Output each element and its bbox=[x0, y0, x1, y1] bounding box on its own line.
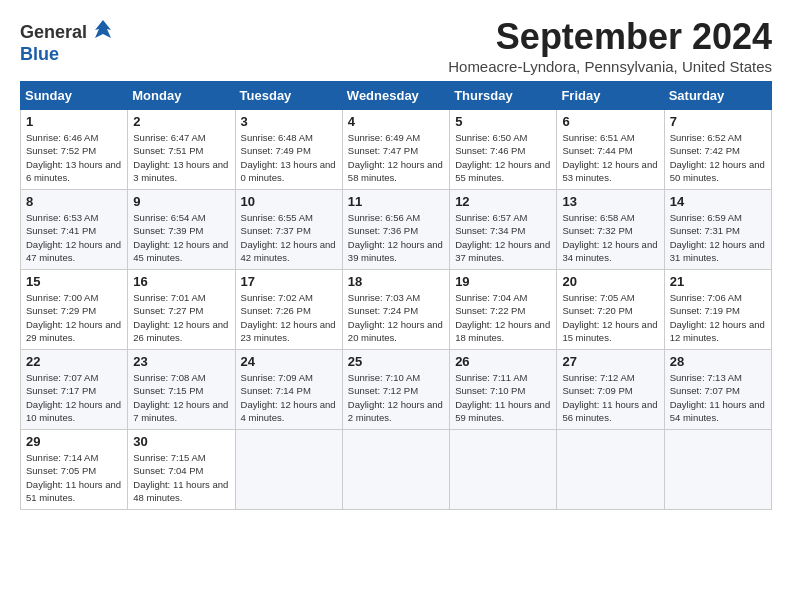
table-row: 6Sunrise: 6:51 AMSunset: 7:44 PMDaylight… bbox=[557, 110, 664, 190]
day-info: Sunrise: 6:53 AMSunset: 7:41 PMDaylight:… bbox=[26, 212, 121, 263]
table-row: 22Sunrise: 7:07 AMSunset: 7:17 PMDayligh… bbox=[21, 350, 128, 430]
title-area: September 2024 Homeacre-Lyndora, Pennsyl… bbox=[448, 16, 772, 75]
table-row: 26Sunrise: 7:11 AMSunset: 7:10 PMDayligh… bbox=[450, 350, 557, 430]
table-row: 27Sunrise: 7:12 AMSunset: 7:09 PMDayligh… bbox=[557, 350, 664, 430]
day-info: Sunrise: 7:09 AMSunset: 7:14 PMDaylight:… bbox=[241, 372, 336, 423]
table-row bbox=[342, 430, 449, 510]
day-info: Sunrise: 6:57 AMSunset: 7:34 PMDaylight:… bbox=[455, 212, 550, 263]
day-info: Sunrise: 6:47 AMSunset: 7:51 PMDaylight:… bbox=[133, 132, 228, 183]
table-row: 14Sunrise: 6:59 AMSunset: 7:31 PMDayligh… bbox=[664, 190, 771, 270]
table-row: 21Sunrise: 7:06 AMSunset: 7:19 PMDayligh… bbox=[664, 270, 771, 350]
calendar-week-row: 22Sunrise: 7:07 AMSunset: 7:17 PMDayligh… bbox=[21, 350, 772, 430]
day-info: Sunrise: 7:07 AMSunset: 7:17 PMDaylight:… bbox=[26, 372, 121, 423]
day-number: 14 bbox=[670, 194, 766, 209]
day-number: 10 bbox=[241, 194, 337, 209]
table-row: 2Sunrise: 6:47 AMSunset: 7:51 PMDaylight… bbox=[128, 110, 235, 190]
day-number: 1 bbox=[26, 114, 122, 129]
day-info: Sunrise: 7:12 AMSunset: 7:09 PMDaylight:… bbox=[562, 372, 657, 423]
table-row: 20Sunrise: 7:05 AMSunset: 7:20 PMDayligh… bbox=[557, 270, 664, 350]
table-row: 1Sunrise: 6:46 AMSunset: 7:52 PMDaylight… bbox=[21, 110, 128, 190]
day-number: 16 bbox=[133, 274, 229, 289]
header-wednesday: Wednesday bbox=[342, 82, 449, 110]
day-number: 7 bbox=[670, 114, 766, 129]
day-info: Sunrise: 7:02 AMSunset: 7:26 PMDaylight:… bbox=[241, 292, 336, 343]
header-monday: Monday bbox=[128, 82, 235, 110]
day-number: 15 bbox=[26, 274, 122, 289]
header-friday: Friday bbox=[557, 82, 664, 110]
day-number: 19 bbox=[455, 274, 551, 289]
day-number: 20 bbox=[562, 274, 658, 289]
table-row: 5Sunrise: 6:50 AMSunset: 7:46 PMDaylight… bbox=[450, 110, 557, 190]
day-info: Sunrise: 6:50 AMSunset: 7:46 PMDaylight:… bbox=[455, 132, 550, 183]
day-number: 2 bbox=[133, 114, 229, 129]
header-tuesday: Tuesday bbox=[235, 82, 342, 110]
day-number: 4 bbox=[348, 114, 444, 129]
header-thursday: Thursday bbox=[450, 82, 557, 110]
day-info: Sunrise: 7:06 AMSunset: 7:19 PMDaylight:… bbox=[670, 292, 765, 343]
day-info: Sunrise: 6:49 AMSunset: 7:47 PMDaylight:… bbox=[348, 132, 443, 183]
table-row: 18Sunrise: 7:03 AMSunset: 7:24 PMDayligh… bbox=[342, 270, 449, 350]
table-row: 9Sunrise: 6:54 AMSunset: 7:39 PMDaylight… bbox=[128, 190, 235, 270]
logo-general-text: General bbox=[20, 22, 87, 43]
logo-bird-icon bbox=[89, 16, 117, 48]
table-row: 17Sunrise: 7:02 AMSunset: 7:26 PMDayligh… bbox=[235, 270, 342, 350]
table-row bbox=[450, 430, 557, 510]
table-row: 19Sunrise: 7:04 AMSunset: 7:22 PMDayligh… bbox=[450, 270, 557, 350]
day-number: 18 bbox=[348, 274, 444, 289]
month-title: September 2024 bbox=[448, 16, 772, 58]
day-info: Sunrise: 6:48 AMSunset: 7:49 PMDaylight:… bbox=[241, 132, 336, 183]
calendar-week-row: 15Sunrise: 7:00 AMSunset: 7:29 PMDayligh… bbox=[21, 270, 772, 350]
day-number: 8 bbox=[26, 194, 122, 209]
day-info: Sunrise: 6:51 AMSunset: 7:44 PMDaylight:… bbox=[562, 132, 657, 183]
table-row bbox=[664, 430, 771, 510]
day-number: 3 bbox=[241, 114, 337, 129]
table-row: 4Sunrise: 6:49 AMSunset: 7:47 PMDaylight… bbox=[342, 110, 449, 190]
table-row: 3Sunrise: 6:48 AMSunset: 7:49 PMDaylight… bbox=[235, 110, 342, 190]
day-number: 28 bbox=[670, 354, 766, 369]
day-number: 25 bbox=[348, 354, 444, 369]
day-number: 11 bbox=[348, 194, 444, 209]
day-info: Sunrise: 7:04 AMSunset: 7:22 PMDaylight:… bbox=[455, 292, 550, 343]
day-info: Sunrise: 7:13 AMSunset: 7:07 PMDaylight:… bbox=[670, 372, 765, 423]
table-row: 15Sunrise: 7:00 AMSunset: 7:29 PMDayligh… bbox=[21, 270, 128, 350]
table-row: 8Sunrise: 6:53 AMSunset: 7:41 PMDaylight… bbox=[21, 190, 128, 270]
table-row: 16Sunrise: 7:01 AMSunset: 7:27 PMDayligh… bbox=[128, 270, 235, 350]
calendar-week-row: 8Sunrise: 6:53 AMSunset: 7:41 PMDaylight… bbox=[21, 190, 772, 270]
day-info: Sunrise: 6:55 AMSunset: 7:37 PMDaylight:… bbox=[241, 212, 336, 263]
day-info: Sunrise: 6:56 AMSunset: 7:36 PMDaylight:… bbox=[348, 212, 443, 263]
day-info: Sunrise: 7:08 AMSunset: 7:15 PMDaylight:… bbox=[133, 372, 228, 423]
table-row: 7Sunrise: 6:52 AMSunset: 7:42 PMDaylight… bbox=[664, 110, 771, 190]
page-header: General Blue September 2024 Homeacre-Lyn… bbox=[20, 16, 772, 75]
table-row: 28Sunrise: 7:13 AMSunset: 7:07 PMDayligh… bbox=[664, 350, 771, 430]
table-row: 12Sunrise: 6:57 AMSunset: 7:34 PMDayligh… bbox=[450, 190, 557, 270]
day-number: 27 bbox=[562, 354, 658, 369]
day-info: Sunrise: 7:11 AMSunset: 7:10 PMDaylight:… bbox=[455, 372, 550, 423]
day-number: 26 bbox=[455, 354, 551, 369]
header-saturday: Saturday bbox=[664, 82, 771, 110]
table-row: 24Sunrise: 7:09 AMSunset: 7:14 PMDayligh… bbox=[235, 350, 342, 430]
table-row: 13Sunrise: 6:58 AMSunset: 7:32 PMDayligh… bbox=[557, 190, 664, 270]
day-number: 24 bbox=[241, 354, 337, 369]
logo: General Blue bbox=[20, 16, 117, 65]
day-info: Sunrise: 7:03 AMSunset: 7:24 PMDaylight:… bbox=[348, 292, 443, 343]
table-row bbox=[557, 430, 664, 510]
day-number: 9 bbox=[133, 194, 229, 209]
header-sunday: Sunday bbox=[21, 82, 128, 110]
day-number: 13 bbox=[562, 194, 658, 209]
day-info: Sunrise: 6:58 AMSunset: 7:32 PMDaylight:… bbox=[562, 212, 657, 263]
day-info: Sunrise: 7:10 AMSunset: 7:12 PMDaylight:… bbox=[348, 372, 443, 423]
day-number: 17 bbox=[241, 274, 337, 289]
table-row: 11Sunrise: 6:56 AMSunset: 7:36 PMDayligh… bbox=[342, 190, 449, 270]
day-number: 6 bbox=[562, 114, 658, 129]
calendar-table: Sunday Monday Tuesday Wednesday Thursday… bbox=[20, 81, 772, 510]
day-info: Sunrise: 6:59 AMSunset: 7:31 PMDaylight:… bbox=[670, 212, 765, 263]
day-info: Sunrise: 7:14 AMSunset: 7:05 PMDaylight:… bbox=[26, 452, 121, 503]
day-number: 12 bbox=[455, 194, 551, 209]
day-info: Sunrise: 6:52 AMSunset: 7:42 PMDaylight:… bbox=[670, 132, 765, 183]
day-number: 29 bbox=[26, 434, 122, 449]
day-info: Sunrise: 7:15 AMSunset: 7:04 PMDaylight:… bbox=[133, 452, 228, 503]
day-info: Sunrise: 7:05 AMSunset: 7:20 PMDaylight:… bbox=[562, 292, 657, 343]
day-info: Sunrise: 7:00 AMSunset: 7:29 PMDaylight:… bbox=[26, 292, 121, 343]
day-number: 22 bbox=[26, 354, 122, 369]
calendar-header-row: Sunday Monday Tuesday Wednesday Thursday… bbox=[21, 82, 772, 110]
